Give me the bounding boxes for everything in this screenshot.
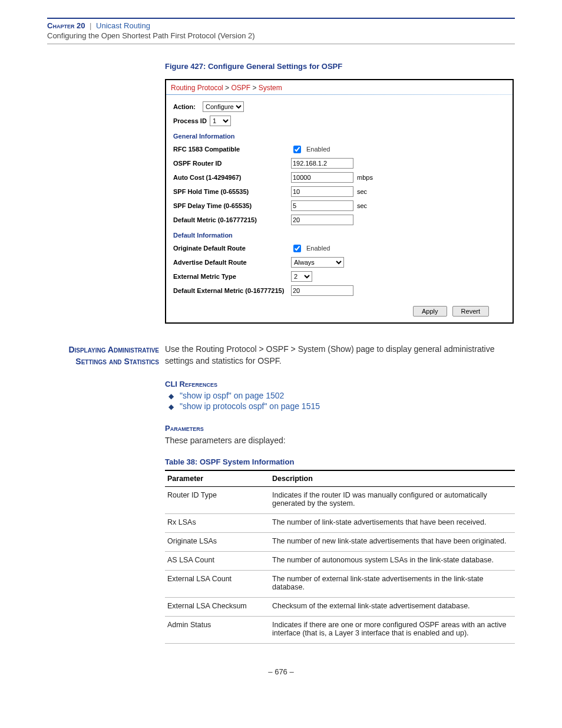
process-id-select[interactable]: 1 <box>210 116 231 126</box>
def-ext-input[interactable] <box>291 285 353 296</box>
section-default: Default Information <box>173 232 505 239</box>
figure-caption: Figure 427: Configure General Settings f… <box>165 62 515 71</box>
process-id-label: Process ID <box>173 117 210 124</box>
auto-cost-input[interactable] <box>291 172 353 183</box>
apply-button[interactable]: Apply <box>413 306 447 317</box>
delay-label: SPF Delay Time (0-65535) <box>173 202 291 209</box>
th-parameter: Parameter <box>165 470 270 487</box>
chapter-label: Chapter 20 <box>47 21 85 30</box>
delay-input[interactable] <box>291 200 353 211</box>
rfc-checkbox[interactable] <box>293 146 301 153</box>
table-row: Originate LSAsThe number of new link-sta… <box>165 532 515 551</box>
param-heading: Parameters <box>165 424 515 433</box>
chapter-title: Unicast Routing <box>96 21 150 30</box>
intro-paragraph: Use the Routing Protocol > OSPF > System… <box>165 344 515 367</box>
separator: | <box>90 21 91 30</box>
ext-type-select[interactable]: 2 <box>291 271 312 282</box>
table-row: Rx LSAsThe number of link-state advertis… <box>165 513 515 532</box>
cli-heading: CLI References <box>165 380 515 388</box>
hold-unit: sec <box>357 188 367 195</box>
auto-cost-unit: mbps <box>357 174 373 181</box>
table-row: Admin StatusIndicates if there are one o… <box>165 616 515 643</box>
breadcrumb-a: Routing Protocol <box>171 84 223 92</box>
auto-cost-label: Auto Cost (1-4294967) <box>173 174 291 181</box>
breadcrumb: Routing Protocol > OSPF > System <box>171 84 282 92</box>
hold-label: SPF Hold Time (0-65535) <box>173 188 291 195</box>
def-metric-label: Default Metric (0-16777215) <box>173 216 291 223</box>
table-caption: Table 38: OSPF System Information <box>165 457 515 466</box>
config-screenshot: Routing Protocol > OSPF > System Action:… <box>165 79 514 324</box>
revert-button[interactable]: Revert <box>452 306 489 317</box>
orig-label: Originate Default Route <box>173 245 291 252</box>
table-row: Router ID TypeIndicates if the router ID… <box>165 486 515 513</box>
action-select[interactable]: Configure <box>203 101 244 112</box>
table-row: External LSA CountThe number of external… <box>165 570 515 597</box>
rfc-label: RFC 1583 Compatible <box>173 146 291 153</box>
router-id-label: OSPF Router ID <box>173 160 291 167</box>
def-ext-label: Default External Metric (0-16777215) <box>173 287 291 294</box>
param-intro: These parameters are displayed: <box>165 435 515 447</box>
rfc-enabled-text: Enabled <box>306 146 330 153</box>
breadcrumb-b: OSPF <box>231 84 250 92</box>
section-heading: Displaying Administrative Settings and S… <box>47 344 165 644</box>
adv-label: Advertise Default Route <box>173 259 291 266</box>
cli-ref-link[interactable]: "show ip ospf" on page 1502 <box>168 391 515 400</box>
def-metric-input[interactable] <box>291 215 353 225</box>
breadcrumb-c: System <box>259 84 282 92</box>
cli-ref-link[interactable]: "show ip protocols ospf" on page 1515 <box>168 401 515 411</box>
chapter-subtitle: Configuring the Open Shortest Path First… <box>47 31 515 40</box>
th-description: Description <box>270 470 515 487</box>
orig-enabled-text: Enabled <box>306 245 330 252</box>
page-number: – 676 – <box>47 667 515 676</box>
router-id-input[interactable] <box>291 158 353 169</box>
section-general: General Information <box>173 133 505 140</box>
delay-unit: sec <box>357 202 367 209</box>
orig-checkbox[interactable] <box>293 245 301 252</box>
table-row: External LSA ChecksumChecksum of the ext… <box>165 597 515 616</box>
adv-select[interactable]: Always <box>291 257 344 268</box>
hold-input[interactable] <box>291 186 353 197</box>
table-row: AS LSA CountThe number of autonomous sys… <box>165 551 515 570</box>
ospf-table: Parameter Description Router ID TypeIndi… <box>165 470 515 644</box>
action-label: Action: <box>173 103 203 110</box>
ext-type-label: External Metric Type <box>173 273 291 280</box>
